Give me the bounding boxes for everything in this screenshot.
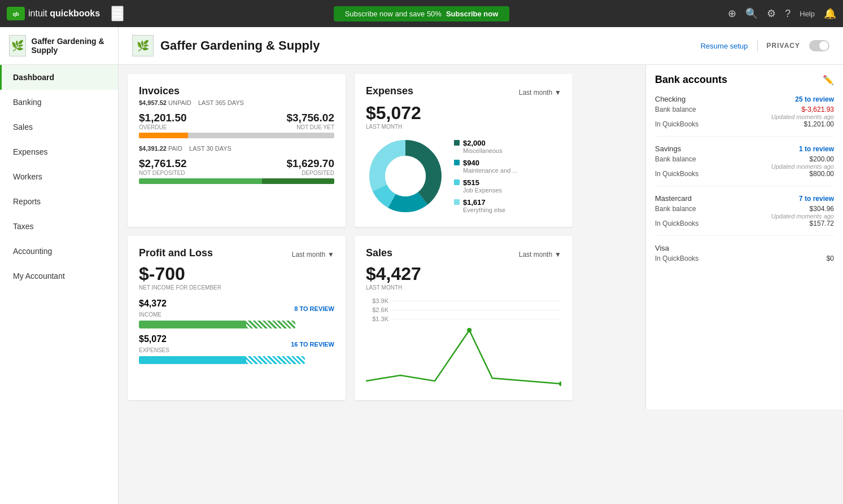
page-title: Gaffer Gardening & Supply (160, 38, 320, 53)
mastercard-name: Mastercard (655, 194, 692, 203)
invoice-paid-label: $4,391.22 PAID LAST 30 DAYS (139, 145, 334, 152)
add-icon[interactable]: ⊕ (728, 7, 736, 20)
legend-dot-maintenance (454, 160, 460, 165)
not-deposited-label: NOT DEPOSITED (139, 170, 187, 176)
not-deposited-bar (139, 178, 262, 184)
mastercard-updated: Updated moments ago (771, 213, 834, 220)
invoices-title: Invoices (139, 85, 334, 97)
sales-line-chart (366, 325, 561, 387)
savings-name: Savings (655, 144, 681, 153)
pl-expense-bar (139, 356, 334, 364)
sidebar-item-sales[interactable]: Sales (0, 115, 118, 139)
sales-period: LAST MONTH (366, 284, 561, 291)
legend-item-misc: $2,000 Miscellaneous (454, 139, 518, 154)
legend-dot-misc (454, 140, 460, 146)
legend-amount-maintenance: $940 (463, 159, 518, 167)
privacy-toggle[interactable] (809, 40, 829, 51)
svg-point-9 (559, 382, 561, 386)
company-header: 🌿 Gaffer Gardening & Supply (0, 27, 118, 65)
legend-dot-job (454, 179, 460, 185)
privacy-label: PRIVACY (767, 42, 800, 50)
pl-income-bar (139, 321, 334, 328)
legend-amount-other: $1,617 (463, 198, 505, 207)
legend-label-other: Everything else (463, 207, 505, 213)
expenses-legend: $2,000 Miscellaneous $940 Maintenance an… (454, 139, 518, 213)
invoice-unpaid-summary: $4,957.52 UNPAID LAST 365 DAYS $1,201.50… (139, 99, 334, 138)
legend-amount-misc: $2,000 (463, 139, 503, 147)
pl-filter[interactable]: Last month ▼ (292, 251, 334, 258)
sales-y1: $3.9K (366, 297, 388, 304)
sidebar-item-my-accountant[interactable]: My Accountant (0, 264, 118, 288)
help-label[interactable]: Help (800, 10, 815, 18)
resume-setup-link[interactable]: Resume setup (701, 42, 748, 50)
checking-qb-label: In QuickBooks (655, 120, 698, 128)
expenses-header: Expenses Last month ▼ (366, 85, 561, 99)
pl-sub: NET INCOME FOR DECEMBER (139, 284, 334, 291)
mastercard-bank-balance-label: Bank balance (655, 205, 696, 220)
invoice-deposit-row: $2,761.52 NOT DEPOSITED $1,629.70 DEPOSI… (139, 157, 334, 176)
pl-expense-label: EXPENSES (139, 347, 169, 353)
chevron-down-icon: ▼ (554, 89, 561, 97)
expenses-filter[interactable]: Last month ▼ (519, 89, 561, 97)
sidebar-item-taxes[interactable]: Taxes (0, 214, 118, 239)
promo-cta[interactable]: Subscribe now (446, 10, 498, 18)
savings-qb-label: In QuickBooks (655, 170, 698, 178)
hamburger-button[interactable]: ☰ (111, 6, 124, 21)
notifications-icon[interactable]: 🔔 (824, 7, 836, 20)
company-name: Gaffer Gardening & Supply (32, 37, 109, 55)
expenses-donut-chart (366, 137, 445, 216)
chevron-down-icon: ▼ (327, 251, 334, 258)
content-header: 🌿 Gaffer Gardening & Supply Resume setup… (119, 27, 843, 65)
promo-banner[interactable]: Subscribe now and save 50% Subscribe now (334, 6, 510, 21)
savings-bank-balance: $200.00 (771, 155, 834, 163)
sales-title: Sales (366, 247, 392, 259)
sidebar-item-dashboard[interactable]: Dashboard (0, 65, 118, 90)
bank-edit-icon[interactable]: ✏️ (823, 74, 834, 85)
expenses-widget: Expenses Last month ▼ $5,072 LAST MONTH (355, 74, 573, 227)
deposited-label: DEPOSITED (286, 170, 334, 176)
unpaid-progress-bar (139, 133, 334, 138)
bank-panel-header: Bank accounts ✏️ (655, 74, 834, 86)
not-deposited-amount: $2,761.52 (139, 157, 187, 170)
expenses-title: Expenses (366, 85, 413, 97)
checking-review-link[interactable]: 25 to review (795, 95, 834, 103)
sidebar-item-accounting[interactable]: Accounting (0, 239, 118, 264)
bank-panel-title: Bank accounts (655, 74, 727, 86)
toggle-knob (819, 41, 828, 50)
deposited-amount: $1,629.70 (286, 157, 334, 170)
legend-label-job: Job Expenses (463, 187, 502, 194)
overdue-bar (139, 133, 188, 138)
sidebar-item-expenses[interactable]: Expenses (0, 139, 118, 164)
sales-filter[interactable]: Last month ▼ (519, 251, 561, 258)
not-due-amount: $3,756.02 (286, 112, 334, 124)
checking-name: Checking (655, 95, 685, 103)
sidebar-item-reports[interactable]: Reports (0, 189, 118, 214)
mastercard-review-link[interactable]: 7 to review (799, 195, 834, 203)
sales-amount: $4,427 (366, 264, 561, 284)
savings-updated: Updated moments ago (771, 163, 834, 170)
legend-label-misc: Miscellaneous (463, 147, 503, 154)
promo-text: Subscribe now and save 50% (345, 10, 442, 18)
pl-income-val: $4,372 (139, 299, 167, 308)
pl-income-review[interactable]: 8 TO REVIEW (294, 305, 334, 312)
savings-review-link[interactable]: 1 to review (799, 145, 834, 153)
sidebar-item-workers[interactable]: Workers (0, 164, 118, 189)
sales-chart-area: $3.9K $2.6K $1.3K (366, 297, 561, 389)
sidebar-item-banking[interactable]: Banking (0, 90, 118, 115)
logo-text: intuit quickbooks (28, 8, 100, 19)
overdue-amount: $1,201.50 (139, 112, 187, 124)
legend-item-job: $515 Job Expenses (454, 178, 518, 194)
topbar-right: ⊕ 🔍 ⚙ ? Help 🔔 (728, 7, 836, 20)
settings-icon[interactable]: ⚙ (767, 7, 776, 20)
dashboard-grid: Invoices $4,957.52 UNPAID LAST 365 DAYS (119, 65, 582, 409)
header-right: Resume setup PRIVACY (701, 40, 829, 51)
pl-expense-review[interactable]: 16 TO REVIEW (291, 341, 334, 348)
help-icon[interactable]: ? (785, 8, 790, 20)
expenses-body: $2,000 Miscellaneous $940 Maintenance an… (366, 137, 561, 216)
pl-title: Profit and Loss (139, 247, 213, 259)
search-icon[interactable]: 🔍 (745, 7, 758, 20)
bank-account-visa: Visa In QuickBooks $0 (655, 244, 834, 270)
content-company-logo: 🌿 (132, 35, 154, 56)
bank-account-checking: Checking 25 to review Bank balance $-3,6… (655, 95, 834, 137)
invoice-overdue-row: $1,201.50 OVERDUE $3,756.02 NOT DUE YET (139, 112, 334, 130)
